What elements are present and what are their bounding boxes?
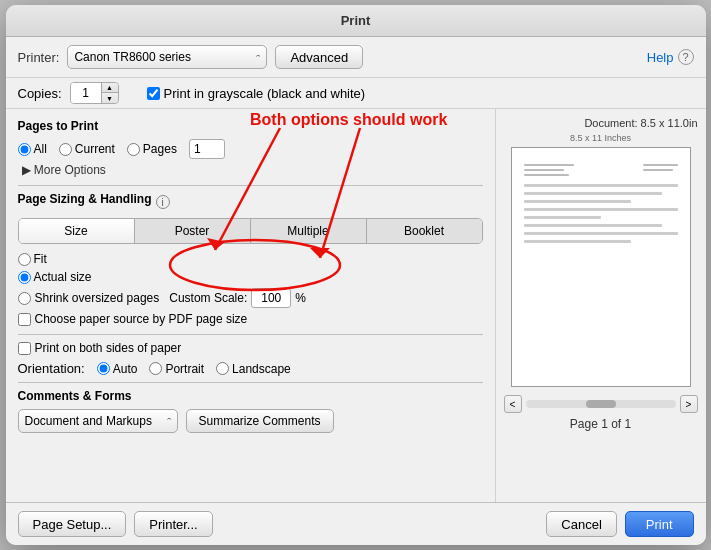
header-line-3 (524, 174, 569, 176)
copies-label: Copies: (18, 86, 62, 101)
page-sizing-title: Page Sizing & Handling (18, 192, 152, 206)
comments-dropdown-wrapper: Document and Markups (18, 409, 178, 433)
pages-all-radio[interactable] (18, 143, 31, 156)
header-line-1 (524, 164, 574, 166)
printer-select[interactable]: Canon TR8600 series (67, 45, 267, 69)
orientation-landscape-radio[interactable] (216, 362, 229, 375)
scale-input[interactable] (251, 288, 291, 308)
divider-1 (18, 185, 483, 186)
orientation-section: Orientation: Auto Portrait Landscape (18, 361, 483, 376)
tab-multiple[interactable]: Multiple (251, 219, 367, 243)
custom-scale-label: Custom Scale: (169, 291, 247, 305)
advanced-button[interactable]: Advanced (275, 45, 363, 69)
orientation-auto-radio[interactable] (97, 362, 110, 375)
page-sizing-section: Page Sizing & Handling i Size Poster Mul… (18, 192, 483, 326)
help-link[interactable]: Help (647, 50, 674, 65)
cancel-button[interactable]: Cancel (546, 511, 616, 537)
copies-input-wrap: ▲ ▼ (70, 82, 119, 104)
print-button[interactable]: Print (625, 511, 694, 537)
doc-line-5 (524, 216, 601, 219)
orientation-landscape-label: Landscape (232, 362, 291, 376)
pages-all-option: All (18, 142, 47, 156)
fit-radio[interactable] (18, 253, 31, 266)
left-panel: Pages to Print All Current Pages (6, 109, 496, 502)
pages-current-radio[interactable] (59, 143, 72, 156)
scroll-thumb (586, 400, 616, 408)
pages-pages-option: Pages (127, 142, 177, 156)
copies-decrement[interactable]: ▼ (102, 93, 118, 104)
comments-row: Document and Markups Summarize Comments (18, 409, 483, 433)
comments-select[interactable]: Document and Markups (18, 409, 178, 433)
tab-poster[interactable]: Poster (135, 219, 251, 243)
printer-label: Printer: (18, 50, 60, 65)
divider-3 (18, 382, 483, 383)
document-preview (511, 147, 691, 387)
page-sizing-info-icon[interactable]: i (156, 195, 170, 209)
shrink-option: Shrink oversized pages Custom Scale: % (18, 288, 483, 308)
choose-paper-checkbox[interactable] (18, 313, 31, 326)
footer: Page Setup... Printer... Cancel Print (6, 502, 706, 545)
tab-booklet[interactable]: Booklet (367, 219, 482, 243)
orientation-portrait-label: Portrait (165, 362, 204, 376)
doc-line-2 (524, 192, 663, 195)
pages-pages-radio[interactable] (127, 143, 140, 156)
copies-input[interactable] (71, 82, 101, 104)
fit-option: Fit (18, 252, 483, 266)
scroll-left-arrow[interactable]: < (504, 395, 522, 413)
scale-pct: % (295, 291, 306, 305)
shrink-radio[interactable] (18, 292, 31, 305)
dialog-title: Print (341, 13, 371, 28)
doc-line-4 (524, 208, 678, 211)
pages-pages-label: Pages (143, 142, 177, 156)
grayscale-label: Print in grayscale (black and white) (164, 86, 366, 101)
orientation-row: Orientation: Auto Portrait Landscape (18, 361, 483, 376)
help-icon[interactable]: ? (678, 49, 694, 65)
doc-line-6 (524, 224, 663, 227)
orientation-label: Orientation: (18, 361, 85, 376)
summarize-button[interactable]: Summarize Comments (186, 409, 334, 433)
fit-label: Fit (34, 252, 47, 266)
actual-size-label: Actual size (34, 270, 92, 284)
doc-line-3 (524, 200, 632, 203)
tab-size[interactable]: Size (19, 219, 135, 243)
doc-line-7 (524, 232, 678, 235)
doc-content-lines (512, 148, 690, 256)
preview-label: 8.5 x 11 Inches (570, 133, 631, 143)
sizing-options: Fit Actual size Shrink oversized pages C… (18, 252, 483, 308)
copies-stepper: ▲ ▼ (101, 82, 118, 104)
scroll-right-arrow[interactable]: > (680, 395, 698, 413)
orientation-landscape: Landscape (216, 362, 291, 376)
grayscale-checkbox[interactable] (147, 87, 160, 100)
orientation-portrait-radio[interactable] (149, 362, 162, 375)
preview-scroll-row: < > (504, 395, 698, 413)
footer-left: Page Setup... Printer... (18, 511, 213, 537)
print-dialog: Print Printer: Canon TR8600 series Advan… (6, 5, 706, 545)
footer-right: Cancel Print (546, 511, 693, 537)
pages-all-label: All (34, 142, 47, 156)
print-both-sides-checkbox[interactable] (18, 342, 31, 355)
doc-line-1 (524, 184, 678, 187)
page-counter: Page 1 of 1 (570, 417, 631, 431)
printer-button[interactable]: Printer... (134, 511, 212, 537)
page-setup-button[interactable]: Page Setup... (18, 511, 127, 537)
doc-line-8 (524, 240, 632, 243)
page-sizing-header: Page Sizing & Handling i (18, 192, 483, 212)
printer-toolbar: Printer: Canon TR8600 series Advanced He… (6, 37, 706, 78)
orientation-portrait: Portrait (149, 362, 204, 376)
doc-header-right (643, 164, 678, 176)
grayscale-check-row: Print in grayscale (black and white) (147, 86, 366, 101)
printer-select-wrapper: Canon TR8600 series (67, 45, 267, 69)
orientation-auto: Auto (97, 362, 138, 376)
divider-2 (18, 334, 483, 335)
more-options-toggle[interactable]: ▶ More Options (22, 163, 483, 177)
comments-section: Comments & Forms Document and Markups Su… (18, 389, 483, 433)
title-bar: Print (6, 5, 706, 37)
pages-range-input[interactable] (189, 139, 225, 159)
actual-size-radio[interactable] (18, 271, 31, 284)
main-content: Pages to Print All Current Pages (6, 109, 706, 502)
doc-header (524, 164, 678, 176)
copies-increment[interactable]: ▲ (102, 82, 118, 93)
actual-size-option: Actual size (18, 270, 483, 284)
comments-title: Comments & Forms (18, 389, 483, 403)
doc-header-left (524, 164, 574, 176)
